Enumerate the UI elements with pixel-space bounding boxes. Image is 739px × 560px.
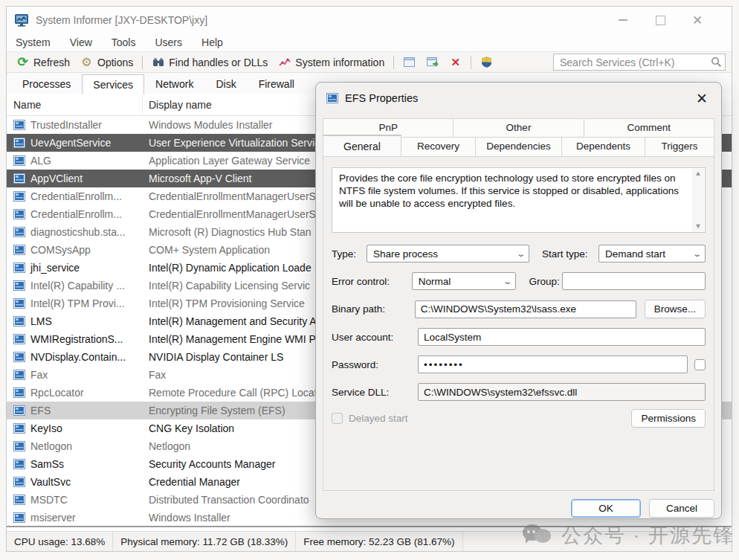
tab-network[interactable]: Network [144,74,204,94]
service-icon [13,387,25,398]
service-icon [13,280,25,291]
service-name: Intel(R) TPM Provi... [30,297,125,309]
start-type-label: Start type: [542,248,598,260]
service-name: NVDisplay.Contain... [30,351,126,363]
service-icon [13,245,25,255]
new-window-button[interactable] [421,55,444,70]
options-button[interactable]: ⚙ Options [75,55,138,70]
window-icon [403,57,416,68]
tab-services[interactable]: Services [82,74,144,94]
menu-view[interactable]: View [70,36,92,48]
service-name: LMS [30,315,52,327]
binary-path-input[interactable] [415,300,636,318]
service-name: KeyIso [30,422,62,434]
red-x-icon: ✕ [449,57,462,68]
type-select[interactable]: Share process ⌄ [367,245,529,263]
start-type-select[interactable]: Demand start ⌄ [598,245,706,263]
service-icon [13,459,25,469]
service-icon [13,120,25,130]
close-service-button[interactable]: ✕ [444,55,467,70]
dialog-tab-dependencies[interactable]: Dependencies [476,137,562,156]
dialog-tab-control: PnP Other Comment General Recovery Depen… [323,118,714,156]
service-icon [13,316,25,326]
dialog-tab-other[interactable]: Other [454,118,584,137]
delayed-start-checkbox[interactable] [332,413,343,424]
dialog-footer: OK Cancel [316,491,721,518]
maximize-icon[interactable] [654,14,666,26]
tab-processes[interactable]: Processes [11,74,82,94]
service-dll-input[interactable] [418,383,706,401]
error-control-select[interactable]: Normal ⌄ [412,272,517,290]
chevron-down-icon: ⌄ [692,249,702,259]
service-description: Provides the core file encryption techno… [332,167,706,233]
dialog-close-icon[interactable]: ✕ [693,90,711,107]
service-icon [13,298,25,309]
search-icon[interactable] [711,57,722,68]
menu-tools[interactable]: Tools [112,36,136,48]
search-input[interactable] [560,57,711,68]
service-name: AppVClient [30,173,83,184]
toolbar-separator [393,56,394,69]
window-arrow-icon [426,57,439,68]
service-icon [13,441,25,451]
service-icon [326,93,338,103]
window-button[interactable] [398,55,421,70]
service-name: COMSysApp [30,244,91,256]
dialog-tab-general[interactable]: General [323,135,401,156]
permissions-button[interactable]: Permissions [631,409,706,428]
ok-button[interactable]: OK [571,499,641,518]
service-name: Intel(R) Capability ... [30,280,125,292]
window-controls: ✕ [617,14,724,26]
service-name: Fax [30,369,48,381]
toolbar: ⟳ Refresh ⚙ Options Find han [7,51,732,73]
scroll-down-icon[interactable]: ▼ [695,223,702,230]
tab-firewall[interactable]: Firewall [248,74,306,94]
refresh-button[interactable]: ⟳ Refresh [11,55,75,70]
dialog-tab-dependents[interactable]: Dependents [562,137,645,156]
browse-button[interactable]: Browse... [645,300,706,318]
service-name: jhi_service [30,262,80,274]
password-checkbox[interactable] [694,359,706,370]
menu-help[interactable]: Help [201,36,223,48]
dialog-title: EFS Properties [345,92,693,104]
general-tab-page: Provides the core file encryption techno… [323,156,714,491]
service-name: VaultSvc [30,476,71,488]
close-icon[interactable]: ✕ [691,14,703,26]
error-control-label: Error control: [332,276,412,287]
description-scrollbar[interactable]: ▲ ▼ [692,169,704,231]
user-account-input[interactable] [418,328,706,346]
scroll-up-icon[interactable]: ▲ [695,170,702,177]
service-name: WMIRegistrationS... [30,333,123,345]
service-icon [13,405,25,416]
menubar: System View Tools Users Help [7,33,732,51]
status-physical-memory: Physical memory: 11.72 GB (18.33%) [113,532,296,551]
service-icon [13,227,25,237]
dialog-tab-triggers[interactable]: Triggers [645,137,714,156]
group-input[interactable] [562,272,706,290]
app-logo-icon [14,13,29,27]
service-name: diagnosticshub.sta... [30,226,126,238]
service-icon [13,334,25,344]
system-information-button[interactable]: System information [273,55,390,70]
find-handles-button[interactable]: Find handles or DLLs [146,55,273,70]
dialog-tab-recovery[interactable]: Recovery [401,137,476,156]
column-header-name[interactable]: Name [7,94,143,115]
service-icon [13,209,25,219]
service-icon [13,173,25,184]
service-dll-label: Service DLL: [332,387,418,398]
menu-system[interactable]: System [16,36,51,48]
password-input[interactable] [418,355,688,373]
menu-users[interactable]: Users [155,36,182,48]
chevron-down-icon: ⌄ [516,249,526,259]
service-name: MSDTC [30,494,68,506]
service-icon [13,155,25,166]
dialog-titlebar: EFS Properties ✕ [316,83,721,114]
dialog-tab-comment[interactable]: Comment [584,118,714,137]
service-icon [13,512,25,523]
elevate-button[interactable] [475,55,498,70]
tab-disk[interactable]: Disk [204,74,247,94]
screen: System Informer [JXY-DESKTOP\jxy] ✕ Syst… [0,0,739,560]
cancel-button[interactable]: Cancel [649,499,714,518]
service-name: TrustedInstaller [30,119,102,131]
minimize-icon[interactable] [617,14,629,26]
